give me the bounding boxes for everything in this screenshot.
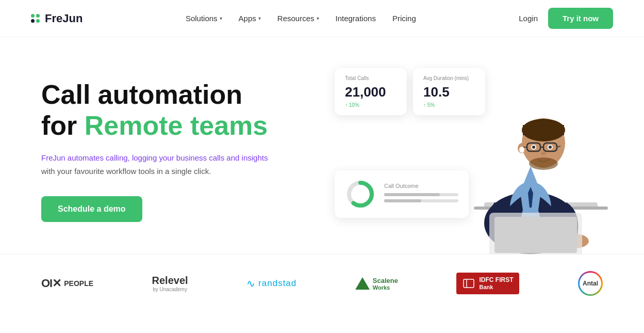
logo-idfc: IDFC FIRST Bank [456,273,519,294]
login-button[interactable]: Login [519,14,538,23]
logo-olx: OI✕ PEOPLE [41,277,93,290]
nav-solutions[interactable]: Solutions ▾ [186,14,222,23]
dot-bottom-left [31,19,35,23]
hero-section: Call automation for Remote teams FreJun … [0,37,644,254]
nav-pricing[interactable]: Pricing [392,14,416,23]
dot-bottom-right [36,19,40,23]
apps-chevron-icon: ▾ [258,15,261,21]
schedule-demo-button[interactable]: Schedule a demo [41,196,142,222]
brand-logo[interactable]: FreJun [31,12,82,25]
solutions-chevron-icon: ▾ [220,15,222,21]
relevel-name: Relevel [152,275,188,287]
nav-actions: Login Try it now [519,8,613,29]
svg-rect-8 [523,125,564,135]
dashboard-area: Total Calls 21,000 ↑ 10% Avg Duration (m… [324,68,603,233]
dot-top-right [36,14,40,18]
nav-apps[interactable]: Apps ▾ [239,14,261,23]
logo-relevel: Relevel by Unacademy [152,275,188,292]
hero-person-image [443,58,618,254]
nav-resources[interactable]: Resources ▾ [277,14,319,23]
hero-description: FreJun automates calling, logging your b… [41,151,268,178]
logos-strip: OI✕ PEOPLE Relevel by Unacademy ∿ randst… [0,254,644,312]
hero-content: Call automation for Remote teams FreJun … [41,80,268,223]
dot-top-left [31,14,35,18]
donut-chart [345,179,376,210]
try-now-button[interactable]: Try it now [548,8,613,29]
svg-point-18 [549,146,552,149]
svg-rect-24 [494,217,577,253]
brand-name: FreJun [45,12,82,25]
hero-visual: Total Calls 21,000 ↑ 10% Avg Duration (m… [324,68,603,233]
logo-scalene: Scalene Works [355,277,398,291]
nav-links: Solutions ▾ Apps ▾ Resources ▾ Integrati… [186,14,416,23]
total-calls-card: Total Calls 21,000 ↑ 10% [335,68,407,115]
scalene-icon [355,277,370,290]
logo-randstad: ∿ randstad [246,277,296,290]
hero-accent: Remote teams [85,110,268,140]
svg-marker-25 [355,277,370,290]
svg-rect-26 [464,279,474,288]
svg-point-20 [529,157,558,170]
total-calls-change: ↑ 10% [345,102,397,108]
logo-antal: Antal [578,271,603,296]
svg-point-17 [532,146,535,149]
hero-title: Call automation for Remote teams [41,80,268,141]
randstad-icon: ∿ [246,277,255,290]
resources-chevron-icon: ▾ [317,15,319,21]
svg-point-21 [519,147,524,153]
navbar: FreJun Solutions ▾ Apps ▾ Resources ▾ In… [0,0,644,37]
nav-integrations[interactable]: Integrations [336,14,376,23]
logo-dots [31,14,40,23]
idfc-icon [463,277,475,290]
total-calls-label: Total Calls [345,75,397,81]
relevel-sub: by Unacademy [152,287,188,292]
total-calls-value: 21,000 [345,84,397,100]
svg-point-19 [541,151,546,155]
